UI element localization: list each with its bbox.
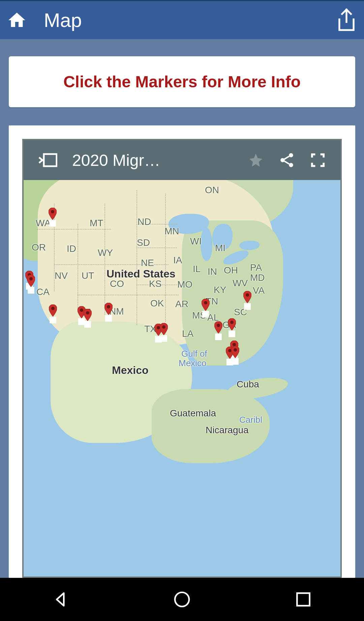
- map-card: 2020 Migr…: [9, 125, 355, 578]
- state-label: KS: [149, 278, 161, 289]
- android-nav-bar: [0, 578, 364, 621]
- state-label: MI: [215, 243, 225, 254]
- map-marker[interactable]: [243, 291, 251, 303]
- state-label: PA: [250, 262, 262, 273]
- map-canvas[interactable]: ON WA MT ND MN OR ID WY SD WI MI NE IA N…: [24, 180, 340, 576]
- svg-point-8: [80, 308, 83, 312]
- share-icon[interactable]: [336, 8, 357, 33]
- svg-point-1: [289, 153, 293, 157]
- state-label: WY: [98, 247, 113, 258]
- share-small-icon[interactable]: [278, 152, 295, 169]
- country-label: Nicaragua: [206, 425, 249, 436]
- map-frame: 2020 Migr…: [22, 139, 342, 578]
- svg-point-12: [162, 325, 165, 329]
- back-button[interactable]: [51, 590, 70, 609]
- svg-point-14: [217, 324, 220, 327]
- water-label: Mexico: [179, 358, 206, 368]
- state-label: IL: [193, 264, 201, 274]
- state-label: UT: [82, 270, 94, 281]
- state-label: MO: [177, 279, 192, 290]
- state-label: LA: [182, 328, 193, 339]
- map-title: 2020 Migr…: [72, 151, 233, 170]
- state-label: NE: [141, 258, 154, 268]
- state-label: IN: [208, 266, 217, 277]
- map-marker[interactable]: [27, 275, 35, 287]
- state-border: [136, 190, 137, 325]
- svg-point-15: [230, 321, 234, 324]
- star-icon[interactable]: [248, 152, 264, 168]
- map-toolbar: 2020 Migr…: [24, 140, 340, 180]
- svg-rect-0: [44, 154, 57, 166]
- map-marker[interactable]: [160, 323, 168, 335]
- state-label: MN: [164, 226, 179, 237]
- svg-point-10: [107, 305, 110, 308]
- state-border: [78, 295, 179, 295]
- svg-point-19: [246, 293, 249, 297]
- state-label: ND: [138, 216, 151, 227]
- info-banner: Click the Markers for More Info: [9, 56, 355, 107]
- state-label: OH: [224, 265, 238, 276]
- map-marker[interactable]: [202, 299, 210, 311]
- state-label: AR: [175, 299, 188, 309]
- country-label: Cuba: [237, 379, 259, 390]
- collapse-icon[interactable]: [38, 153, 57, 167]
- map-marker[interactable]: [231, 346, 239, 358]
- map-marker[interactable]: [104, 303, 113, 315]
- state-label: WV: [233, 278, 248, 289]
- state-label: CO: [110, 278, 124, 289]
- page-body: Click the Markers for More Info 2020 Mig…: [0, 39, 364, 578]
- state-label: OK: [150, 298, 164, 309]
- svg-point-2: [280, 158, 285, 162]
- state-label: CA: [36, 287, 50, 297]
- svg-point-3: [289, 163, 293, 167]
- map-marker[interactable]: [214, 321, 222, 333]
- map-marker[interactable]: [84, 309, 92, 321]
- state-label: IA: [173, 255, 182, 266]
- svg-point-20: [175, 592, 189, 607]
- map-marker[interactable]: [49, 208, 57, 220]
- state-label: OR: [32, 242, 46, 253]
- state-label: ID: [67, 243, 76, 254]
- country-label: Mexico: [112, 364, 148, 377]
- water-label: Caribl: [239, 415, 262, 425]
- state-border: [104, 204, 105, 315]
- state-label: MD: [250, 272, 265, 283]
- svg-point-13: [204, 301, 207, 304]
- banner-text: Click the Markers for More Info: [16, 72, 348, 91]
- state-label: NV: [55, 270, 68, 281]
- water-label: Gulf of: [181, 349, 207, 359]
- state-label: SD: [137, 237, 150, 248]
- svg-rect-21: [297, 593, 309, 605]
- map-marker[interactable]: [228, 318, 236, 330]
- country-label: Guatemala: [170, 408, 216, 419]
- svg-point-9: [86, 311, 89, 315]
- app-header: Map: [0, 1, 364, 39]
- state-label: MT: [90, 218, 103, 229]
- svg-point-7: [51, 307, 55, 310]
- state-border: [78, 224, 78, 308]
- svg-point-4: [51, 210, 54, 213]
- state-label: WI: [190, 236, 202, 247]
- state-label: VA: [253, 285, 265, 296]
- home-button[interactable]: [173, 590, 191, 609]
- recent-button[interactable]: [294, 590, 313, 609]
- map-marker[interactable]: [49, 304, 57, 317]
- page-title: Map: [44, 9, 336, 31]
- lake: [201, 227, 212, 261]
- state-border: [37, 229, 111, 230]
- state-label: KY: [214, 285, 226, 295]
- svg-point-18: [234, 348, 237, 352]
- region-label: ON: [205, 185, 219, 196]
- svg-point-6: [29, 277, 33, 280]
- fullscreen-icon[interactable]: [310, 152, 326, 168]
- state-border: [165, 194, 166, 322]
- home-icon[interactable]: [7, 10, 27, 30]
